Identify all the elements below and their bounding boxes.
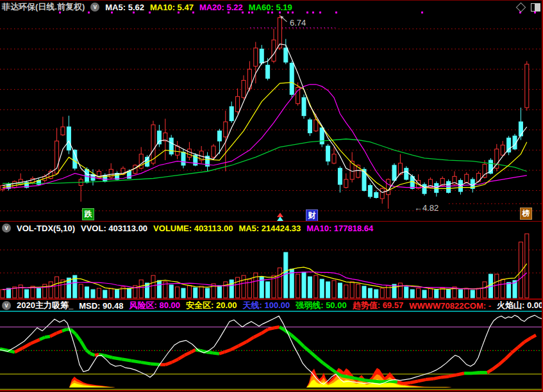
- rank-badge[interactable]: 榜: [520, 208, 532, 220]
- low-price-annotation: ←4.82: [414, 203, 439, 213]
- panel-separator-2: [0, 298, 543, 300]
- wealth-badge[interactable]: 财: [306, 209, 318, 222]
- vol-indicator-title: VOL-TDX(5,10): [17, 224, 75, 233]
- collapse-chevron-icon[interactable]: v: [2, 301, 11, 310]
- strength-line-value: 强弱线: 50.00: [296, 300, 346, 311]
- risk-zone-value: 风险区: 80.00: [129, 300, 180, 311]
- msd-value: MSD: 90.48: [79, 301, 123, 311]
- vol-ma10-value: MA10: 177818.64: [306, 224, 373, 233]
- window-split-icon[interactable]: [531, 3, 540, 12]
- indicator-title: 2020主力吸筹_: [17, 300, 73, 311]
- stock-title: 菲达环保(日线.前复权): [2, 1, 85, 13]
- fall-badge[interactable]: 跌: [82, 208, 94, 220]
- vvol-value: VVOL: 403113.00: [81, 224, 147, 233]
- ma10-value: MA10: 5.47: [150, 3, 194, 12]
- watermark-site: WWWW70822COM: -: [409, 301, 491, 311]
- indicator-chart-canvas[interactable]: [0, 299, 543, 392]
- flame-mountain-value: 火焰山: 0.00: [497, 300, 543, 311]
- ma20-value: MA20: 5.22: [199, 3, 243, 12]
- top-border: [0, 0, 543, 1]
- price-panel-header: 菲达环保(日线.前复权) v MA5: 5.62 MA10: 5.47 MA20…: [2, 2, 292, 12]
- price-chart-canvas[interactable]: [0, 0, 543, 221]
- trading-app-screen: 菲达环保(日线.前复权) v MA5: 5.62 MA10: 5.47 MA20…: [0, 0, 543, 392]
- bottom-border: [0, 390, 543, 391]
- indicator-panel-header: v 2020主力吸筹_ MSD: 90.48 风险区: 80.00 安全区: 2…: [2, 300, 543, 311]
- high-price-annotation: 6.74: [290, 18, 306, 28]
- ma5-value: MA5: 5.62: [105, 3, 144, 12]
- volume-value: VOLUME: 403113.00: [153, 224, 233, 233]
- vol-ma5-value: MA5: 214424.33: [238, 224, 301, 233]
- ma60-value: MA60: 5.19: [249, 3, 292, 12]
- panel-separator-1: [0, 221, 543, 222]
- volume-panel-header: v VOL-TDX(5,10) VVOL: 403113.00 VOLUME: …: [2, 223, 373, 233]
- collapse-chevron-icon[interactable]: v: [2, 224, 11, 233]
- trend-value: 趋势值: 69.57: [353, 300, 403, 311]
- collapse-chevron-icon[interactable]: v: [90, 3, 99, 12]
- sky-line-value: 天线: 100.00: [243, 300, 290, 311]
- safe-zone-value: 安全区: 20.00: [186, 300, 237, 311]
